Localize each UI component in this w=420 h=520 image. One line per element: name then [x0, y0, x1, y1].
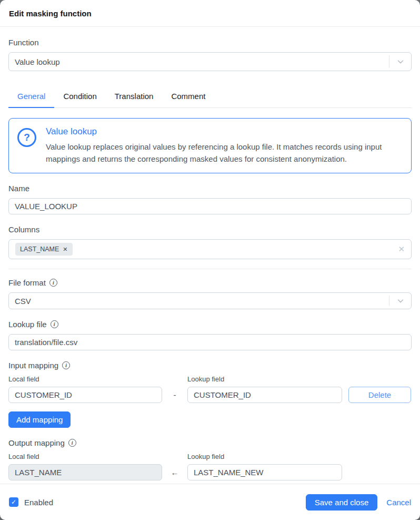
output-mapping-lookup-col: Lookup field [187, 453, 342, 480]
output-mapping-local-col: Local field [8, 453, 162, 480]
output-mapping-lookup-input[interactable] [187, 464, 342, 480]
name-label: Name [8, 184, 412, 193]
lookup-file-group: Lookup file i [8, 320, 412, 350]
local-field-label: Local field [8, 375, 162, 383]
name-group: Name [8, 184, 412, 214]
mapping-separator: - [162, 390, 187, 403]
info-icon[interactable]: i [62, 361, 70, 369]
file-format-select-value: CSV [15, 297, 31, 306]
delete-mapping-button[interactable]: Delete [348, 387, 411, 403]
input-mapping-row: Local field - Lookup field Delete [8, 375, 412, 403]
output-mapping-row: Local field ← Lookup field [8, 453, 412, 480]
question-circle-icon: ? [17, 128, 36, 147]
cancel-button[interactable]: Cancel [386, 498, 411, 507]
dialog-header: Edit masking function [0, 0, 420, 27]
tab-condition[interactable]: Condition [54, 86, 105, 108]
info-icon[interactable]: i [68, 439, 76, 447]
output-mapping-label: Output mapping [8, 438, 65, 447]
function-select[interactable]: Value lookup [8, 52, 412, 71]
enabled-checkbox-wrap[interactable]: ✓ Enabled [9, 497, 53, 507]
input-mapping-local-input[interactable] [8, 387, 162, 403]
info-box-title: Value lookup [46, 126, 393, 137]
dialog-footer: ✓ Enabled Save and close Cancel [0, 484, 420, 520]
tab-comment[interactable]: Comment [162, 86, 214, 108]
input-mapping-local-col: Local field [8, 375, 162, 403]
mapping-arrow-left: ← [162, 468, 187, 480]
clear-all-icon[interactable]: ✕ [398, 244, 405, 254]
file-format-label: File format [8, 278, 46, 287]
output-mapping-section: Output mapping i Local field ← Lookup fi… [8, 438, 412, 480]
remove-tag-icon[interactable]: ✕ [63, 247, 67, 252]
dialog-body: Function Value lookup General Condition … [0, 27, 420, 484]
tab-bar: General Condition Translation Comment [8, 86, 412, 108]
name-input[interactable] [8, 198, 412, 214]
input-mapping-lookup-input[interactable] [187, 387, 342, 403]
tab-translation[interactable]: Translation [106, 86, 163, 108]
info-box-description: Value lookup replaces original values by… [46, 141, 393, 165]
input-mapping-lookup-col: Lookup field [187, 375, 342, 403]
column-tag: LAST_NAME ✕ [15, 243, 73, 256]
lookup-file-label: Lookup file [8, 320, 47, 329]
function-info-box: ? Value lookup Value lookup replaces ori… [8, 118, 412, 173]
output-mapping-local-input [8, 464, 162, 480]
info-box-content: Value lookup Value lookup replaces origi… [46, 126, 393, 165]
local-field-label: Local field [8, 453, 162, 460]
function-group: Function Value lookup [8, 38, 412, 71]
lookup-field-label: Lookup field [187, 375, 342, 383]
chevron-down-icon [389, 296, 411, 306]
column-tag-label: LAST_NAME [20, 246, 59, 253]
info-icon[interactable]: i [49, 279, 57, 287]
enabled-label: Enabled [24, 498, 53, 507]
dialog-title: Edit masking function [9, 9, 92, 18]
function-select-value: Value lookup [15, 57, 60, 66]
add-mapping-button[interactable]: Add mapping [8, 411, 71, 428]
input-mapping-label: Input mapping [8, 361, 58, 370]
tab-general[interactable]: General [8, 86, 54, 108]
footer-actions: Save and close Cancel [306, 494, 411, 511]
info-icon[interactable]: i [51, 320, 58, 328]
lookup-field-label: Lookup field [187, 453, 342, 460]
function-label: Function [8, 38, 412, 47]
chevron-down-icon [389, 55, 411, 68]
section-divider [8, 269, 412, 269]
columns-group: Columns LAST_NAME ✕ ✕ [8, 225, 412, 259]
file-format-select[interactable]: CSV [8, 292, 412, 309]
save-and-close-button[interactable]: Save and close [306, 494, 378, 511]
columns-label: Columns [8, 225, 412, 234]
enabled-checkbox[interactable]: ✓ [9, 497, 18, 507]
columns-multiselect[interactable]: LAST_NAME ✕ ✕ [8, 239, 412, 259]
input-mapping-section: Input mapping i Local field - Lookup fie… [8, 361, 412, 428]
lookup-file-input[interactable] [8, 334, 412, 350]
file-format-group: File format i CSV [8, 278, 412, 309]
edit-masking-function-dialog: Edit masking function Function Value loo… [0, 0, 420, 520]
